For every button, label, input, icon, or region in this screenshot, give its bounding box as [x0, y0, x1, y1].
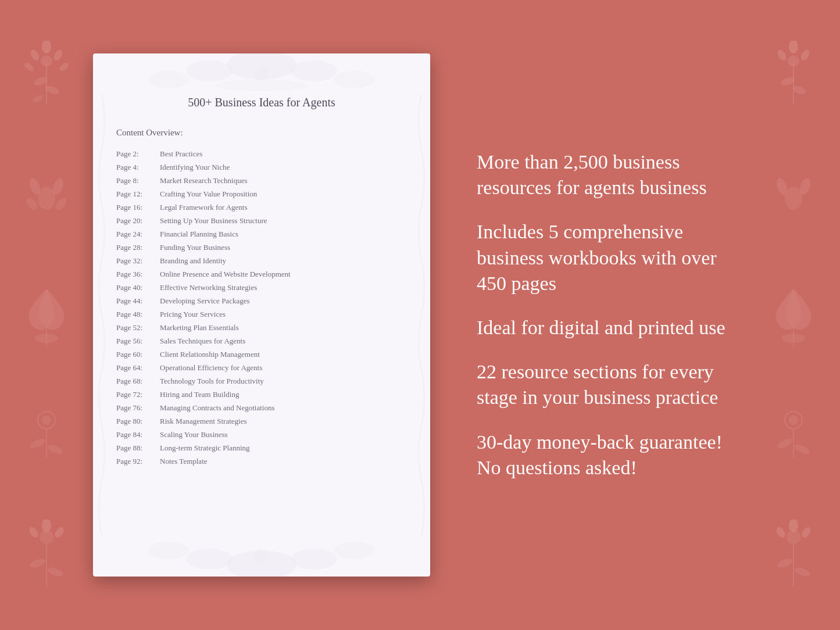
doc-top-decoration: [93, 53, 430, 94]
feature-text-4: 30-day money-back guarantee! No question…: [477, 429, 747, 481]
toc-item: Page 12:Crafting Your Value Proposition: [116, 187, 407, 201]
toc-page-number: Page 32:: [116, 256, 160, 266]
toc-page-title: Long-term Strategic Planning: [160, 443, 250, 453]
toc-page-number: Page 72:: [116, 390, 160, 399]
main-content: 500+ Business Ideas for Agents Content O…: [0, 0, 840, 630]
toc-page-number: Page 64:: [116, 363, 160, 373]
toc-item: Page 44:Developing Service Packages: [116, 294, 407, 307]
toc-page-number: Page 12:: [116, 189, 160, 199]
svg-point-64: [291, 549, 337, 570]
toc-item: Page 88:Long-term Strategic Planning: [116, 441, 407, 454]
svg-point-59: [334, 71, 375, 88]
toc-item: Page 80:Risk Management Strategies: [116, 414, 407, 428]
toc-page-number: Page 92:: [116, 457, 160, 466]
svg-point-61: [215, 80, 308, 91]
toc-page-title: Market Research Techniques: [160, 176, 247, 185]
toc-page-title: Operational Efficiency for Agents: [160, 363, 262, 373]
toc-page-title: Developing Service Packages: [160, 296, 250, 306]
svg-point-60: [255, 67, 269, 81]
feature-text-3: 22 resource sections for every stage in …: [477, 359, 747, 410]
toc-item: Page 2:Best Practices: [116, 147, 407, 160]
feature-text-1: Includes 5 comprehensive business workbo…: [477, 219, 747, 296]
right-features: More than 2,500 business resources for a…: [465, 149, 747, 481]
svg-point-67: [255, 549, 269, 563]
toc-item: Page 84:Scaling Your Business: [116, 428, 407, 441]
toc-page-number: Page 16:: [116, 203, 160, 212]
toc-page-title: Notes Template: [160, 457, 208, 466]
toc-page-number: Page 36:: [116, 270, 160, 279]
toc-page-number: Page 84:: [116, 430, 160, 439]
toc-page-number: Page 76:: [116, 403, 160, 413]
doc-side-right-decoration: [413, 94, 430, 536]
toc-item: Page 68:Technology Tools for Productivit…: [116, 374, 407, 388]
feature-text-0: More than 2,500 business resources for a…: [477, 149, 747, 201]
toc-list: Page 2:Best PracticesPage 4:Identifying …: [116, 147, 407, 468]
toc-item: Page 92:Notes Template: [116, 454, 407, 468]
svg-point-65: [148, 542, 189, 559]
toc-page-title: Pricing Your Services: [160, 310, 226, 319]
toc-page-title: Scaling Your Business: [160, 430, 228, 439]
toc-page-title: Managing Contracts and Negotiations: [160, 403, 275, 413]
toc-page-number: Page 68:: [116, 377, 160, 386]
toc-page-title: Financial Planning Basics: [160, 230, 238, 239]
toc-page-number: Page 2:: [116, 149, 160, 159]
doc-side-left-decoration: [93, 94, 110, 536]
toc-page-number: Page 48:: [116, 310, 160, 319]
toc-page-number: Page 4:: [116, 163, 160, 172]
toc-item: Page 4:Identifying Your Niche: [116, 160, 407, 174]
toc-page-number: Page 40:: [116, 283, 160, 292]
toc-page-title: Risk Management Strategies: [160, 417, 246, 426]
toc-page-title: Identifying Your Niche: [160, 163, 230, 172]
toc-item: Page 60:Client Relationship Management: [116, 348, 407, 361]
toc-page-number: Page 44:: [116, 296, 160, 306]
toc-page-title: Effective Networking Strategies: [160, 283, 257, 292]
toc-page-number: Page 52:: [116, 323, 160, 332]
toc-page-title: Hiring and Team Building: [160, 390, 239, 399]
toc-page-number: Page 8:: [116, 176, 160, 185]
toc-page-title: Sales Techniques for Agents: [160, 337, 245, 346]
svg-point-63: [186, 549, 233, 570]
toc-item: Page 36:Online Presence and Website Deve…: [116, 267, 407, 281]
toc-page-number: Page 88:: [116, 443, 160, 453]
toc-page-title: Legal Framework for Agents: [160, 203, 248, 212]
toc-page-title: Technology Tools for Productivity: [160, 377, 264, 386]
document-page: 500+ Business Ideas for Agents Content O…: [93, 53, 430, 577]
toc-page-title: Setting Up Your Business Structure: [160, 216, 267, 225]
toc-item: Page 64:Operational Efficiency for Agent…: [116, 361, 407, 374]
toc-item: Page 28:Funding Your Business: [116, 241, 407, 254]
toc-page-number: Page 28:: [116, 243, 160, 252]
svg-point-66: [334, 542, 375, 559]
toc-item: Page 20:Setting Up Your Business Structu…: [116, 214, 407, 227]
toc-item: Page 72:Hiring and Team Building: [116, 388, 407, 401]
toc-page-title: Client Relationship Management: [160, 350, 260, 359]
feature-text-2: Ideal for digital and printed use: [477, 315, 747, 341]
toc-item: Page 16:Legal Framework for Agents: [116, 201, 407, 214]
content-overview-label: Content Overview:: [116, 128, 407, 138]
toc-page-number: Page 24:: [116, 230, 160, 239]
svg-point-56: [186, 60, 233, 81]
toc-page-number: Page 60:: [116, 350, 160, 359]
toc-item: Page 24:Financial Planning Basics: [116, 227, 407, 241]
toc-item: Page 8:Market Research Techniques: [116, 174, 407, 187]
toc-page-title: Funding Your Business: [160, 243, 230, 252]
toc-page-number: Page 56:: [116, 337, 160, 346]
toc-page-title: Branding and Identity: [160, 256, 226, 266]
toc-page-number: Page 80:: [116, 417, 160, 426]
toc-item: Page 56:Sales Techniques for Agents: [116, 334, 407, 348]
toc-item: Page 40:Effective Networking Strategies: [116, 281, 407, 294]
toc-item: Page 52:Marketing Plan Essentials: [116, 321, 407, 334]
toc-page-title: Best Practices: [160, 149, 202, 159]
toc-item: Page 48:Pricing Your Services: [116, 307, 407, 321]
svg-point-57: [291, 60, 337, 81]
document-title: 500+ Business Ideas for Agents: [116, 94, 407, 110]
toc-item: Page 76:Managing Contracts and Negotiati…: [116, 401, 407, 414]
toc-page-title: Marketing Plan Essentials: [160, 323, 239, 332]
toc-item: Page 32:Branding and Identity: [116, 254, 407, 267]
doc-bottom-decoration: [93, 536, 430, 577]
svg-point-58: [148, 71, 189, 88]
toc-page-title: Online Presence and Website Development: [160, 270, 291, 279]
toc-page-title: Crafting Your Value Proposition: [160, 189, 257, 199]
toc-page-number: Page 20:: [116, 216, 160, 225]
